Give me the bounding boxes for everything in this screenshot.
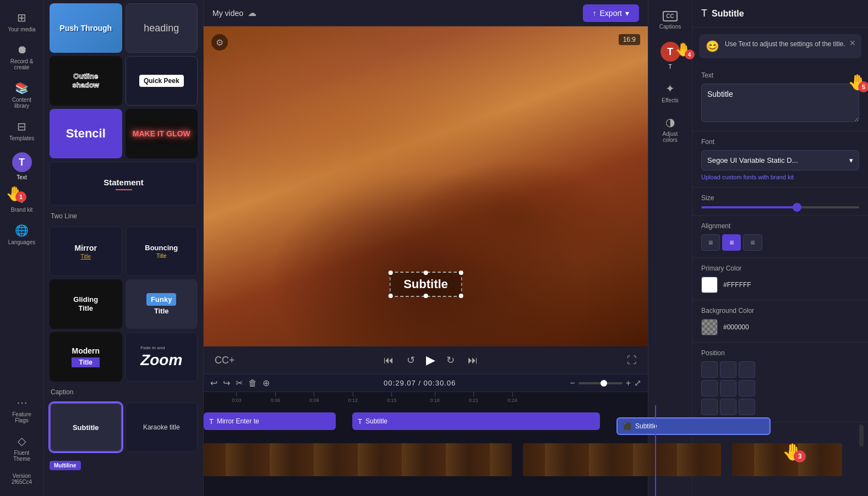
timeline-time: 00:29.07 / 00:30.06 [275,379,564,387]
sidebar-item-your-media[interactable]: ⊞ Your media [0,5,43,38]
template-card-modern-title[interactable]: Modern Title [50,332,122,382]
template-card-push-through[interactable]: Push Through [50,3,122,53]
subtitle-handle-br[interactable] [459,294,463,298]
upload-fonts-link[interactable]: Upload custom fonts with brand kit [701,174,859,180]
primary-color-swatch[interactable] [701,277,718,293]
template-card-karaoke[interactable]: Karaoke title [125,403,198,452]
sidebar-item-label-fluent-theme: FluentTheme [13,450,30,462]
pos-tc[interactable] [720,361,736,378]
subtitle-handle-bm[interactable] [423,294,428,298]
background-color-swatch[interactable] [701,319,718,335]
template-card-gliding-title[interactable]: GlidingTitle [50,279,122,329]
sidebar-item-templates[interactable]: ⊟ Templates [0,114,43,147]
skip-back-button[interactable]: ⏮ [381,352,396,368]
font-selector[interactable]: Segoe UI Variable Static D... ▾ [701,150,859,170]
right-item-captions[interactable]: CC Captions [648,5,692,35]
clip-mirror-enter[interactable]: T Mirror Enter te [204,412,336,430]
subtitle-overlay[interactable]: Subtitle [389,272,462,297]
right-item-effects[interactable]: ✦ Effects [648,76,692,109]
sidebar-item-feature-flags[interactable]: ⋯ FeatureFlags [0,390,43,429]
position-section: Position [692,343,868,422]
funky-title-content: Funky Title [146,293,176,315]
video-strip-1[interactable] [204,443,512,476]
template-card-mirror-title[interactable]: Mirror Title [50,227,122,276]
sidebar-item-content-library[interactable]: 📚 Contentlibrary [0,76,43,114]
redo-button[interactable]: ↪ [223,378,230,388]
skip-forward-button[interactable]: ⏭ [466,352,480,368]
template-card-subtitle[interactable]: Subtitle 🤚 2 [50,403,122,452]
pos-tr[interactable] [739,361,755,378]
size-slider[interactable] [701,206,859,208]
video-title-text: My video [212,9,243,18]
template-card-stencil[interactable]: Stencil [50,109,122,158]
export-button[interactable]: ↑ Export ▾ [583,4,639,22]
video-settings-icon[interactable]: ⚙ [211,34,228,51]
ruler-mark-8: 0:24 [507,392,517,403]
text-t-label: T [668,64,672,70]
subtitle-handle-tm[interactable] [423,271,428,275]
sidebar-item-text[interactable]: T Text 🤚 1 [0,147,43,186]
ruler-mark-5: 0:15 [387,392,397,403]
multiline-tag: Multiline [44,455,203,474]
add-clip-button[interactable]: ⊕ [263,378,270,388]
captions-icon: CC [663,11,677,21]
template-card-outline-shadow[interactable]: Outlineshadow [50,56,122,106]
template-card-quick-peek[interactable]: Quick Peek [125,56,198,106]
text-input[interactable]: Subtitle [701,84,859,122]
zoom-out-button[interactable]: − [570,378,575,388]
sidebar-item-label-your-media: Your media [8,26,35,32]
right-item-adjust-colors[interactable]: ◑ Adjustcolors [648,110,692,148]
template-card-make-it-glow[interactable]: MAKE IT GLOW [125,109,198,158]
template-card-heading[interactable]: heading [125,3,198,53]
text-t-icon: T 🤚 4 [660,42,680,62]
cc-button[interactable]: CC+ [212,352,237,368]
align-center-icon: ≡ [729,238,734,247]
clip-mirror-label: Mirror Enter te [217,417,259,425]
sidebar-item-record-create[interactable]: ⏺ Record &create [0,38,43,76]
karaoke-label: Karaoke title [143,423,180,431]
undo-button[interactable]: ↩ [210,378,217,388]
sidebar-item-languages[interactable]: 🌐 Languages [0,218,43,251]
templates-icon: ⊟ [17,120,26,133]
info-close-button[interactable]: ✕ [849,38,856,47]
background-color-value: #000000 [723,323,749,331]
align-center-button[interactable]: ≡ [722,234,741,251]
pos-bc[interactable] [720,399,736,415]
align-left-button[interactable]: ≡ [701,234,720,251]
pos-br[interactable] [739,399,755,415]
fit-button[interactable]: ⤢ [634,378,641,388]
rewind-button[interactable]: ↺ [405,352,417,368]
scroll-handle[interactable] [859,425,864,447]
fast-forward-button[interactable]: ↻ [444,352,457,368]
template-card-funky-title[interactable]: Funky Title [125,279,198,329]
zoom-in-button[interactable]: + [626,378,631,388]
clip-subtitle-2[interactable]: ⬛ Subtitle 🤚 3 [616,417,771,435]
align-right-button[interactable]: ≡ [743,234,762,251]
pos-mr[interactable] [739,380,755,396]
cut-button[interactable]: ✂ [236,378,243,388]
primary-color-label: Primary Color [701,264,859,272]
subtitle-handle-bl[interactable] [388,294,392,298]
sidebar-item-brand-kit[interactable]: ◈ Brand kit [0,186,43,218]
subtitle-handle-tr[interactable] [459,271,463,275]
languages-icon: 🌐 [15,224,29,237]
sidebar-item-fluent-theme[interactable]: ◇ FluentTheme [0,429,43,467]
delete-button[interactable]: 🗑 [248,378,257,388]
template-card-bouncing-title[interactable]: Bouncing Title [125,227,198,276]
pos-mc[interactable] [720,380,736,396]
pos-tl[interactable] [701,361,718,378]
play-button[interactable]: ▶ [426,353,435,367]
captions-label: Captions [659,24,681,30]
clip-subtitle-1[interactable]: T Subtitle [352,412,600,430]
video-strip-2[interactable] [523,443,721,476]
pos-ml[interactable] [701,380,718,396]
fullscreen-button[interactable]: ⛶ [625,352,639,368]
subtitle-handle-tl[interactable] [388,271,392,275]
right-item-text[interactable]: T 🤚 4 T [648,36,692,75]
template-card-zoom[interactable]: Fade in and Zoom [125,332,198,382]
zoom-slider[interactable] [578,382,623,384]
template-card-statement[interactable]: Statement [50,162,198,206]
bouncing-title-content: Bouncing Title [145,244,178,259]
pos-bl[interactable] [701,399,718,415]
video-strip-3[interactable] [732,443,842,476]
